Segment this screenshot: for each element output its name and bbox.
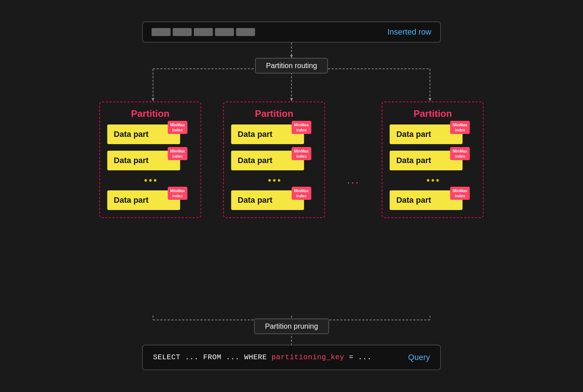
data-part-wrapper-3-2: MinMaxindex Data part (390, 151, 466, 170)
query-text: SELECT ... FROM ... WHERE partitioning_k… (153, 353, 372, 361)
data-part-wrapper-1-1: MinMaxindex Data part (107, 124, 184, 144)
minmax-badge-2-2: MinMaxindex (292, 147, 311, 161)
col-block-4 (215, 28, 234, 36)
svg-marker-1 (290, 55, 293, 58)
data-part-wrapper-1-3: MinMaxindex Data part (107, 190, 184, 210)
col-block-1 (152, 28, 171, 36)
svg-marker-7 (290, 98, 293, 102)
partition-2-parts: MinMaxindex Data part MinMaxindex Data p… (231, 124, 317, 210)
data-part-wrapper-2-3: MinMaxindex Data part (231, 190, 308, 210)
pruning-label: Partition pruning (265, 322, 318, 330)
dot-5 (273, 179, 275, 182)
query-partition-key: partitioning_key (271, 353, 344, 361)
dots-row-3 (390, 177, 476, 184)
data-part-wrapper-3-3: MinMaxindex Data part (390, 190, 466, 210)
partition-3-parts: MinMaxindex Data part MinMaxindex Data p… (390, 124, 476, 210)
dot-6 (278, 179, 280, 182)
data-part-wrapper-2-2: MinMaxindex Data part (231, 151, 308, 170)
col-block-5 (236, 28, 255, 36)
data-part-wrapper-2-1: MinMaxindex Data part (231, 124, 308, 144)
minmax-badge-1-1: MinMaxindex (168, 121, 187, 134)
minmax-badge-3-1: MinMaxindex (450, 121, 470, 134)
partition-pruning-box: Partition pruning (254, 318, 329, 334)
dot-7 (427, 179, 429, 182)
col-block-2 (173, 28, 192, 36)
partitions-ellipsis: ... (347, 102, 360, 186)
partition-3-title: Partition (414, 108, 452, 119)
dot-4 (268, 179, 271, 182)
diagram: Inserted row Partition routing Partition… (73, 21, 510, 371)
partition-3: Partition MinMaxindex Data part MinMaxin… (382, 102, 484, 218)
partition-2: Partition MinMaxindex Data part MinMaxin… (223, 102, 325, 218)
minmax-badge-1-3: MinMaxindex (168, 187, 187, 200)
partition-routing-box: Partition routing (255, 58, 328, 74)
dot-9 (436, 179, 439, 182)
partition-1-parts: MinMaxindex Data part MinMaxindex Data p… (107, 124, 193, 210)
partition-1-title: Partition (131, 108, 169, 119)
partitions-row: Partition MinMaxindex Data part MinMaxin… (99, 102, 484, 218)
data-part-wrapper-3-1: MinMaxindex Data part (390, 124, 466, 144)
inserted-row-bar: Inserted row (142, 21, 441, 43)
minmax-badge-1-2: MinMaxindex (168, 147, 187, 161)
svg-marker-5 (152, 98, 154, 102)
dots-row-2 (231, 177, 317, 184)
query-label: Query (408, 353, 430, 362)
dots-row-1 (107, 177, 193, 184)
column-blocks (152, 28, 255, 36)
data-part-wrapper-1-2: MinMaxindex Data part (107, 151, 184, 170)
dot-3 (154, 179, 156, 182)
query-keyword-2: = ... (344, 353, 372, 361)
dot-1 (144, 179, 147, 182)
inserted-row-label: Inserted row (387, 27, 431, 37)
query-keyword-1: SELECT ... FROM ... WHERE (153, 353, 271, 361)
partition-2-title: Partition (255, 108, 293, 119)
dot-2 (149, 179, 152, 182)
query-bar: SELECT ... FROM ... WHERE partitioning_k… (142, 345, 441, 370)
svg-marker-9 (429, 98, 431, 102)
minmax-badge-3-2: MinMaxindex (450, 147, 470, 161)
minmax-badge-2-3: MinMaxindex (292, 187, 311, 200)
minmax-badge-3-3: MinMaxindex (450, 187, 470, 200)
partition-1: Partition MinMaxindex Data part MinMaxin… (99, 102, 201, 218)
col-block-3 (194, 28, 213, 36)
dot-8 (431, 179, 434, 182)
routing-label: Partition routing (266, 62, 317, 70)
minmax-badge-2-1: MinMaxindex (292, 121, 311, 134)
